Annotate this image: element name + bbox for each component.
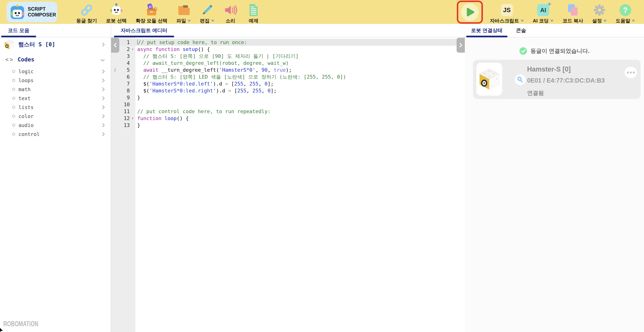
code-collection-sidebar: 코드 모음 햄스터 S [0] <> Codes logicloopsmatht…: [0, 24, 111, 332]
code-area[interactable]: 1// put setup code here, to run once:2▾a…: [111, 37, 465, 332]
code-text[interactable]: }: [135, 122, 465, 129]
magnifier-icon: [516, 76, 524, 84]
chevron-right-icon: [101, 105, 104, 109]
robot-card-more-button[interactable]: [624, 67, 637, 78]
tab-console[interactable]: 콘솔: [511, 24, 531, 37]
sidebar-item-hamster-s[interactable]: 햄스터 S [0]: [0, 39, 111, 50]
line-number: 3: [118, 53, 130, 60]
sidebar-item-codes[interactable]: <> Codes: [0, 54, 111, 65]
code-text[interactable]: $('HamsterS*0:led.left').d = [255, 255, …: [135, 80, 465, 87]
category-label: math: [18, 86, 30, 92]
toolbar-item-label: 설정: [592, 18, 607, 24]
copy-icon: [566, 3, 580, 18]
toolbar-item-select-robot[interactable]: 로봇 선택: [106, 0, 126, 24]
chevron-right-icon: [458, 43, 462, 47]
code-text[interactable]: }: [135, 94, 465, 101]
code-text[interactable]: // await_turn_degree_left(robot, degree,…: [135, 60, 465, 66]
toolbar-item-run[interactable]: [457, 1, 483, 24]
code-text[interactable]: // put setup code here, to run once:: [135, 39, 465, 46]
sidebar-item-math[interactable]: math: [0, 85, 111, 94]
hamster-robot-thumbnail-icon: [4, 39, 14, 50]
category-label: color: [18, 113, 34, 119]
code-text[interactable]: await __turn_degree_left('HamsterS*0', 9…: [135, 66, 465, 73]
pencil-icon: [200, 3, 214, 18]
category-label: text: [18, 95, 30, 101]
code-text[interactable]: function loop() {: [135, 115, 465, 122]
sidebar-item-text[interactable]: text: [0, 94, 111, 103]
code-text[interactable]: // 햄스터 S: [양쪽] LED 색을 [노란색] 으로 정하기 (노란색:…: [135, 73, 465, 80]
tab-javascript-editor[interactable]: 자바스크립트 에디터: [114, 24, 174, 37]
sidebar-item-loops[interactable]: loops: [0, 76, 111, 85]
js-icon: JS: [501, 3, 513, 18]
code-text[interactable]: [135, 101, 465, 108]
line-number: 5: [118, 66, 130, 73]
annotation-info-icon: [111, 108, 118, 115]
code-text[interactable]: async function setup() {: [135, 46, 465, 53]
toolbar-item-find-dongle[interactable]: 동글 찾기: [76, 0, 97, 24]
identify-robot-button[interactable]: [515, 74, 526, 85]
play-icon: [461, 3, 478, 21]
app-title: SCRIPT COMPOSER: [28, 6, 56, 18]
fold-arrow-icon: [130, 66, 135, 73]
fold-arrow-icon: [130, 39, 135, 46]
toolbar-item-label: 동글 찾기: [76, 18, 97, 24]
code-line-10: 10: [111, 101, 465, 108]
sidebar-item-audio[interactable]: audio: [0, 121, 111, 130]
code-text[interactable]: // 햄스터 S: [왼쪽] 으로 [90] 도 제자리 돌기 | [기다리기]: [135, 53, 465, 60]
speaker-icon: [223, 3, 238, 18]
toolbar-item-label: AI 코딩: [533, 18, 554, 24]
line-number: 13: [118, 122, 130, 129]
annotation-info-icon: [111, 115, 118, 122]
toolbar-item-copy-code[interactable]: 코드 복사: [562, 0, 583, 24]
toolbar-item-settings[interactable]: 설정: [592, 0, 607, 24]
toolbar-item-edit[interactable]: 편집: [200, 0, 214, 24]
toolbar-item-examples[interactable]: 예제: [246, 0, 261, 24]
hamster-robot-image-icon: [478, 68, 500, 90]
sidebar-item-color[interactable]: color: [0, 112, 111, 121]
dropdown-arrow-icon: [603, 20, 607, 22]
dropdown-arrow-icon: [550, 20, 554, 22]
sidebar-tabbar: 코드 모음: [0, 24, 111, 37]
line-number: 12: [118, 115, 130, 122]
collapse-sidebar-button[interactable]: [111, 38, 119, 53]
tab-code-collection[interactable]: 코드 모음: [1, 24, 36, 37]
toolbar-item-select-extension[interactable]: Ai확장 모듈 선택: [136, 0, 167, 24]
category-label: audio: [18, 122, 34, 128]
fold-arrow-icon[interactable]: ▾: [130, 46, 135, 53]
tab-robot-connection[interactable]: 로봇 연결상태: [466, 24, 508, 37]
bullet-icon: [12, 133, 15, 135]
toolbar-left-items: 동글 찾기로봇 선택Ai확장 모듈 선택파일편집소리예제: [72, 0, 265, 24]
chevron-right-icon: [101, 132, 104, 136]
app-title-line1: SCRIPT: [28, 6, 56, 12]
panel-tabbar: 로봇 연결상태 콘솔: [465, 24, 644, 37]
chevron-right-icon: [101, 123, 104, 127]
chevron-down-icon: [101, 57, 104, 61]
code-text[interactable]: // put control code here, to run repeate…: [135, 108, 465, 115]
category-label: lists: [18, 104, 34, 110]
bullet-icon: [12, 124, 15, 127]
fold-arrow-icon: [130, 53, 135, 60]
sidebar-item-logic[interactable]: logic: [0, 67, 111, 76]
code-text[interactable]: $('HamsterS*0:led.right').d = [255, 255,…: [135, 87, 465, 94]
annotation-info-icon: [111, 60, 118, 66]
fold-arrow-icon[interactable]: ▾: [130, 115, 135, 122]
code-brackets-icon: <>: [5, 56, 14, 63]
bullet-icon: [12, 106, 15, 109]
dropdown-arrow-icon: [211, 20, 214, 22]
chevron-right-icon: [101, 78, 104, 82]
collapse-panel-button[interactable]: [456, 38, 465, 53]
toolbar-right-items: JS자바스크립트AIAI 코딩코드 복사설정?도움말: [454, 0, 644, 24]
bullet-icon: [12, 79, 15, 82]
robot-card[interactable]: Hamster-S [0] 0E01 / E4:77:C3:DC:DA:B3 연…: [473, 60, 641, 99]
check-circle-icon: [519, 47, 527, 55]
toolbar-item-help[interactable]: ?도움말: [616, 0, 635, 24]
toolbar-item-file[interactable]: 파일: [176, 0, 191, 24]
code-line-13: 13}: [111, 122, 465, 129]
annotation-info-icon: [111, 122, 118, 129]
toolbar-item-sound[interactable]: 소리: [223, 0, 238, 24]
sidebar-item-lists[interactable]: lists: [0, 103, 111, 112]
sidebar-item-control[interactable]: control: [0, 130, 111, 138]
toolbar-item-label: 로봇 선택: [106, 18, 126, 24]
toolbar-item-javascript[interactable]: JS자바스크립트: [490, 0, 524, 24]
toolbar-item-ai-coding[interactable]: AIAI 코딩: [533, 0, 554, 24]
